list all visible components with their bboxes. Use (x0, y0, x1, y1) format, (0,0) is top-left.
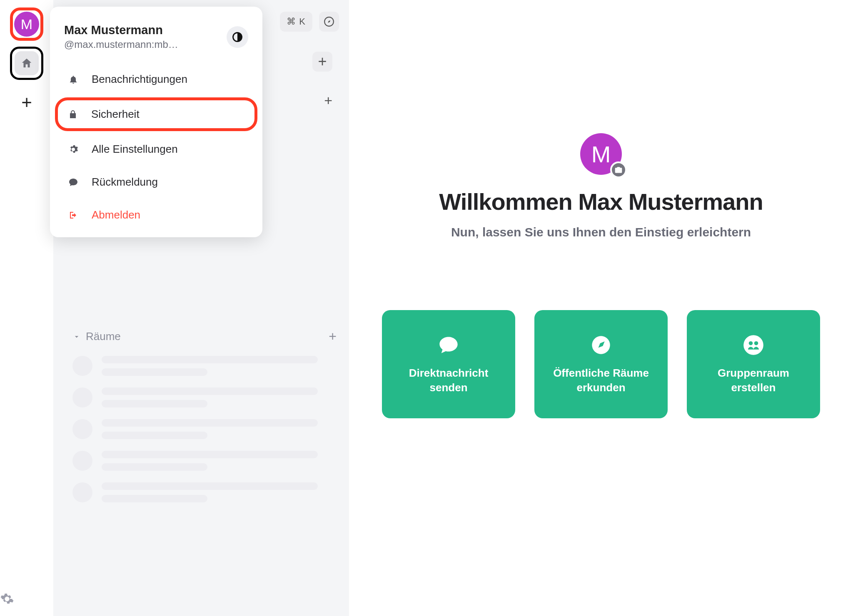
card-label: Direktnachricht senden (382, 366, 515, 395)
card-send-dm[interactable]: Direktnachricht senden (382, 310, 515, 418)
rooms-section: Räume + (72, 329, 337, 502)
onboarding-cards: Direktnachricht senden Öffentliche Räume… (349, 310, 853, 418)
signout-icon (68, 210, 80, 220)
card-label: Gruppenraum erstellen (687, 366, 820, 395)
panel-add-button[interactable]: + (312, 52, 332, 72)
compass-icon (589, 333, 613, 357)
rooms-header-label: Räume (86, 330, 121, 343)
avatar-letter: M (21, 16, 32, 32)
card-create-group[interactable]: Gruppenraum erstellen (687, 310, 820, 418)
bell-icon (68, 75, 80, 84)
menu-item-all-settings[interactable]: Alle Einstellungen (54, 133, 258, 166)
home-icon (15, 51, 39, 75)
welcome-subtitle: Nun, lassen Sie uns Ihnen den Einstieg e… (349, 225, 853, 239)
lock-icon (68, 109, 80, 119)
kbd-hint-label: ⌘ K (287, 16, 306, 27)
space-rail: M + (0, 0, 53, 616)
menu-item-signout[interactable]: Abmelden (54, 199, 258, 231)
user-handle: @max.mustermann:mb… (64, 39, 227, 50)
menu-label: Alle Einstellungen (92, 143, 178, 156)
menu-item-feedback[interactable]: Rückmeldung (54, 166, 258, 199)
main-content: M Willkommen Max Mustermann Nun, lassen … (349, 0, 853, 616)
explore-button[interactable] (319, 12, 339, 32)
theme-toggle[interactable] (227, 26, 248, 48)
panel-top-buttons: ⌘ K (280, 12, 339, 32)
menu-label: Abmelden (92, 209, 140, 221)
gear-icon (0, 592, 14, 606)
camera-icon (614, 166, 623, 174)
plus-icon: + (324, 92, 332, 108)
list-item (72, 482, 337, 502)
upload-photo-button[interactable] (610, 161, 627, 178)
user-menu-popover: Max Mustermann @max.mustermann:mb… Benac… (50, 7, 262, 237)
menu-item-security[interactable]: Sicherheit (55, 97, 257, 131)
user-display-name: Max Mustermann (64, 23, 227, 37)
welcome-heading: Willkommen Max Mustermann (349, 188, 853, 215)
svg-point-3 (743, 335, 763, 355)
list-item (72, 419, 337, 439)
profile-avatar-area[interactable]: M (580, 133, 622, 175)
rail-avatar-button[interactable]: M (10, 7, 43, 41)
menu-item-notifications[interactable]: Benachrichtigungen (54, 63, 258, 96)
svg-point-5 (754, 341, 758, 345)
list-item (72, 451, 337, 471)
contrast-icon (232, 31, 243, 43)
gear-icon (68, 144, 80, 154)
list-item (72, 387, 337, 407)
group-icon (742, 333, 765, 357)
card-label: Öffentliche Räume erkunden (534, 366, 668, 395)
chat-bubble-icon (68, 177, 80, 187)
rooms-add-button[interactable]: + (329, 329, 337, 344)
rail-settings-button[interactable] (0, 592, 53, 606)
search-shortcut-chip[interactable]: ⌘ K (280, 12, 312, 32)
menu-label: Sicherheit (91, 108, 140, 121)
popover-header: Max Mustermann @max.mustermann:mb… (50, 7, 262, 63)
user-avatar: M (14, 12, 39, 37)
rail-add-button[interactable]: + (10, 86, 43, 119)
menu-label: Rückmeldung (92, 176, 158, 189)
plus-icon: + (318, 53, 327, 70)
rail-home-button[interactable] (10, 47, 43, 80)
menu-label: Benachrichtigungen (92, 73, 187, 86)
compass-icon (324, 16, 334, 27)
chevron-down-icon (72, 333, 81, 341)
chat-bubble-icon (437, 333, 460, 357)
panel-add-secondary[interactable]: + (324, 92, 332, 109)
avatar-letter: M (591, 141, 611, 168)
svg-point-4 (749, 341, 753, 345)
card-explore-rooms[interactable]: Öffentliche Räume erkunden (534, 310, 668, 418)
list-item (72, 356, 337, 376)
rooms-section-header[interactable]: Räume + (72, 329, 337, 344)
plus-icon: + (21, 92, 32, 113)
